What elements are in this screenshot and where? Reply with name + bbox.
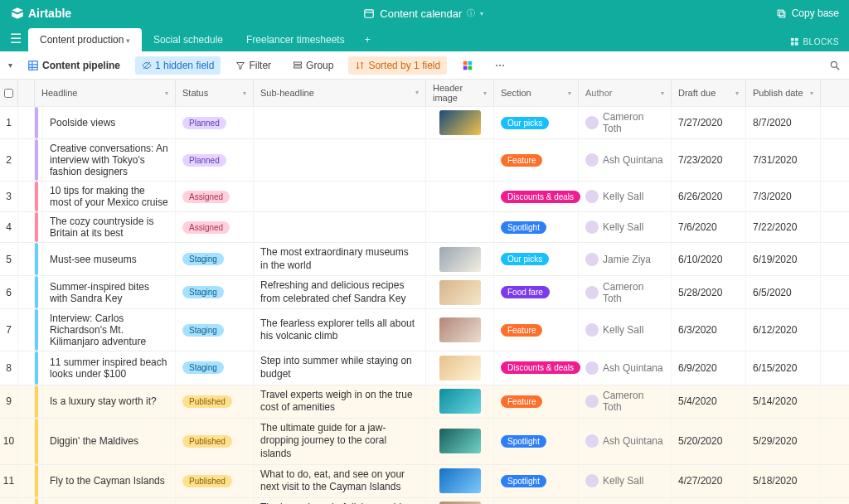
table-row[interactable]: 1Poolside viewsPlannedOur picksCameron T… — [0, 107, 849, 139]
chevron-down-icon[interactable]: ▾ — [735, 90, 739, 97]
cell-draft-due[interactable]: 4/27/2020 — [672, 465, 746, 497]
cell-draft-due[interactable]: 6/10/2020 — [672, 243, 746, 275]
cell-draft-due[interactable]: 5/4/2020 — [672, 385, 746, 418]
views-sidebar-toggle[interactable]: ▾ — [8, 61, 12, 70]
cell-publish-date[interactable]: 6/12/2020 — [746, 309, 821, 351]
more-button[interactable]: ⋯ — [488, 56, 512, 75]
col-section[interactable]: Section▾ — [494, 80, 579, 106]
cell-author[interactable]: Kelly Sall — [579, 212, 672, 242]
cell-sub-headline[interactable]: The ultimate guide for a jaw-dropping jo… — [254, 419, 426, 464]
cell-status[interactable]: Published — [176, 385, 254, 418]
cell-sub-headline[interactable]: Travel experts weigh in on the true cost… — [254, 385, 426, 418]
cell-publish-date[interactable]: 6/19/2020 — [746, 243, 821, 275]
cell-sub-headline[interactable]: The legendary chef dishes on his interna… — [254, 498, 426, 504]
cell-status[interactable]: Published — [176, 465, 254, 497]
cell-headline[interactable]: Must-see museums — [43, 243, 176, 275]
cell-header-image[interactable] — [426, 498, 494, 504]
cell-author[interactable]: Jamie Ziya — [579, 498, 672, 504]
view-switcher[interactable]: Content pipeline — [21, 56, 127, 75]
table-row[interactable]: 310 tips for making the most of your Mex… — [0, 182, 849, 212]
col-headline[interactable]: Headline▾ — [35, 80, 176, 106]
cell-headline[interactable]: Summer-inspired bites with Sandra Key — [43, 276, 176, 308]
copy-base-button[interactable]: Copy base — [776, 7, 839, 19]
row-number-cell[interactable]: 2 — [0, 139, 18, 181]
cell-draft-due[interactable]: 7/6/2020 — [672, 212, 746, 242]
cell-author[interactable]: Ash Quintana — [579, 419, 672, 464]
image-thumbnail[interactable] — [439, 356, 481, 380]
cell-section[interactable]: Feature — [494, 139, 579, 181]
cell-draft-due[interactable]: 5/28/2020 — [672, 276, 746, 308]
cell-section[interactable]: Feature — [494, 309, 579, 351]
row-expand-cell[interactable] — [18, 465, 35, 497]
row-number-cell[interactable]: 1 — [0, 107, 18, 138]
cell-headline[interactable]: The cozy countryside is Britain at its b… — [43, 212, 176, 242]
table-row[interactable]: 10Diggin' the MaldivesPublishedThe ultim… — [0, 419, 849, 465]
image-thumbnail[interactable] — [439, 110, 481, 135]
cell-status[interactable]: Assigned — [176, 212, 254, 242]
row-expand-cell[interactable] — [18, 107, 35, 138]
chevron-down-icon[interactable]: ▾ — [568, 90, 571, 97]
cell-status[interactable]: Planned — [176, 107, 254, 138]
cell-publish-date[interactable]: 6/5/2020 — [746, 276, 821, 308]
cell-section[interactable]: Discounts & deals — [494, 182, 579, 211]
cell-draft-due[interactable]: 7/23/2020 — [672, 139, 746, 181]
row-expand-cell[interactable] — [18, 139, 35, 181]
table-row[interactable]: 5Must-see museumsStagingThe most extraor… — [0, 243, 849, 276]
cell-author[interactable]: Kelly Sall — [579, 309, 672, 351]
col-draft-due[interactable]: Draft due▾ — [672, 80, 746, 106]
row-number-cell[interactable]: 10 — [0, 419, 18, 464]
filter-button[interactable]: Filter — [229, 56, 278, 75]
cell-sub-headline[interactable] — [254, 107, 426, 138]
cell-sub-headline[interactable]: The fearless explorer tells all about hi… — [254, 309, 426, 351]
cell-header-image[interactable] — [426, 107, 494, 138]
cell-status[interactable]: Staging — [176, 243, 254, 275]
cell-author[interactable]: Kelly Sall — [579, 465, 672, 497]
cell-author[interactable]: Cameron Toth — [579, 107, 672, 138]
cell-draft-due[interactable]: 6/9/2020 — [672, 351, 746, 384]
image-thumbnail[interactable] — [439, 389, 481, 414]
chevron-down-icon[interactable]: ▾ — [661, 90, 664, 97]
image-thumbnail[interactable] — [439, 429, 481, 453]
cell-sub-headline[interactable] — [254, 139, 426, 181]
select-all-checkbox[interactable] — [4, 89, 13, 98]
col-author[interactable]: Author▾ — [579, 80, 672, 106]
cell-author[interactable]: Kelly Sall — [579, 182, 672, 211]
cell-draft-due[interactable]: 4/29/2020 — [672, 498, 746, 504]
cell-status[interactable]: Assigned — [176, 182, 254, 211]
cell-publish-date[interactable]: 5/18/2020 — [746, 465, 821, 497]
row-number-cell[interactable]: 4 — [0, 212, 18, 242]
cell-section[interactable]: Food fare — [494, 276, 579, 308]
cell-publish-date[interactable]: 7/22/2020 — [746, 212, 821, 242]
color-button[interactable] — [455, 56, 480, 75]
row-expand-cell[interactable] — [18, 243, 35, 275]
sort-button[interactable]: Sorted by 1 field — [348, 56, 447, 75]
base-title-area[interactable]: Content calendar ⓘ ▾ — [71, 7, 776, 20]
chevron-down-icon[interactable]: ▾ — [165, 90, 168, 97]
row-expand-cell[interactable] — [18, 498, 35, 504]
search-button[interactable] — [829, 60, 841, 71]
row-expand-cell[interactable] — [18, 212, 35, 242]
brand-logo[interactable]: Airtable — [10, 6, 71, 21]
image-thumbnail[interactable] — [439, 317, 481, 342]
image-thumbnail[interactable] — [439, 247, 481, 272]
table-row[interactable]: 2Creative conversations: An interview wi… — [0, 139, 849, 182]
image-thumbnail[interactable] — [439, 280, 481, 305]
cell-header-image[interactable] — [426, 419, 494, 464]
cell-status[interactable]: Staging — [176, 276, 254, 308]
col-header-image[interactable]: Header image▾ — [426, 80, 494, 106]
cell-section[interactable]: Our picks — [494, 243, 579, 275]
row-expand-cell[interactable] — [18, 385, 35, 418]
cell-sub-headline[interactable]: The most extraordinary museums in the wo… — [254, 243, 426, 275]
cell-header-image[interactable] — [426, 351, 494, 384]
info-icon[interactable]: ⓘ — [467, 7, 475, 19]
table-row[interactable]: 4The cozy countryside is Britain at its … — [0, 212, 849, 243]
table-tab[interactable]: Content production — [28, 28, 142, 51]
cell-publish-date[interactable]: 7/31/2020 — [746, 139, 821, 181]
hidden-fields-button[interactable]: 1 hidden field — [135, 56, 221, 75]
cell-status[interactable]: Staging — [176, 351, 254, 384]
cell-header-image[interactable] — [426, 212, 494, 242]
col-status[interactable]: Status▾ — [176, 80, 254, 106]
chevron-down-icon[interactable]: ▾ — [243, 90, 246, 97]
cell-author[interactable]: Cameron Toth — [579, 385, 672, 418]
cell-publish-date[interactable]: 7/3/2020 — [746, 182, 821, 211]
